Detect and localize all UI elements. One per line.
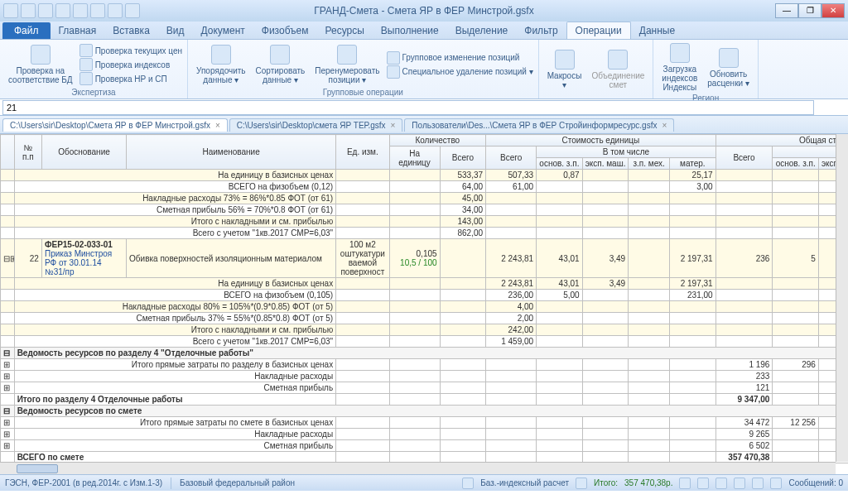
table-row[interactable]: Итого с накладными и см. прибылью242,00 xyxy=(1,324,849,336)
check-indexes-item[interactable]: Проверка индексов xyxy=(80,58,182,71)
spreadsheet-area: № п.п Обоснование Наименование Ед. изм. … xyxy=(0,134,848,474)
table-row[interactable]: Всего с учетом "1кв.2017 СМР=6,03"1 459,… xyxy=(1,336,849,348)
document-tab-bar: C:\Users\sir\Desktop\Смета ЯР в ФЕР Минс… xyxy=(0,116,848,134)
scroll-thumb[interactable] xyxy=(17,464,58,473)
tab-physvol[interactable]: Физобъем xyxy=(253,22,317,39)
status-bar: ГЭСН, ФЕР-2001 (в ред.2014г. с Изм.1-3) … xyxy=(0,474,848,491)
flag-icon[interactable] xyxy=(679,478,691,489)
tab-filter[interactable]: Фильтр xyxy=(516,22,566,39)
table-row[interactable]: ⊞Сметная прибыль6 502 xyxy=(1,440,849,452)
doc-tab-1[interactable]: C:\Users\sir\Desktop\Смета ЯР в ФЕР Минс… xyxy=(2,118,228,132)
scrollbar-vertical[interactable] xyxy=(836,134,848,462)
table-row[interactable]: ⊞Сметная прибыль121 xyxy=(1,382,849,394)
table-row[interactable]: Сметная прибыль 56% = 70%*0.8 ФОТ (от 61… xyxy=(1,204,849,216)
doc-tab-3[interactable]: Пользователи\Des...\Смета ЯР в ФЕР Строй… xyxy=(404,118,674,132)
tab-home[interactable]: Главная xyxy=(51,22,105,39)
check-db-button[interactable]: Проверка на соответствие БД xyxy=(5,43,76,86)
col-stoim[interactable]: Стоимость единицы xyxy=(486,135,716,146)
download-icon xyxy=(670,43,690,63)
flag-icon[interactable] xyxy=(716,478,727,489)
table-row[interactable]: Итого с накладными и см. прибылью143,00 xyxy=(1,216,849,228)
maximize-button[interactable]: ❐ xyxy=(798,3,822,18)
tab-insert[interactable]: Вставка xyxy=(104,22,158,39)
macros-icon xyxy=(555,50,575,70)
number-icon xyxy=(337,45,357,65)
refresh-icon xyxy=(719,48,739,68)
tab-view[interactable]: Вид xyxy=(158,22,193,39)
table-row[interactable]: ⊟⊞22ФЕР15-02-033-01Приказ Минстроя РФ от… xyxy=(1,239,849,278)
table-row[interactable]: На единицу в базисных ценах2 243,8143,01… xyxy=(1,278,849,290)
formula-bar xyxy=(0,99,848,116)
doc-tab-2[interactable]: C:\Users\sir\Desktop\смета ЯР ТЕР.gsfx× xyxy=(229,118,403,132)
title-bar: ГРАНД-Смета - Смета ЯР в ФЕР Минстрой.gs… xyxy=(0,0,848,22)
tab-progress[interactable]: Выполнение xyxy=(373,22,447,39)
checklist-icon xyxy=(31,45,51,65)
status-total: 357 470,38р. xyxy=(624,478,672,487)
qat-dropdown-icon[interactable] xyxy=(125,3,140,18)
tab-resources[interactable]: Ресурсы xyxy=(317,22,373,39)
close-icon[interactable]: × xyxy=(662,121,667,130)
qat-btn-icon[interactable] xyxy=(73,3,88,18)
check-nr-sp-item[interactable]: Проверка НР и СП xyxy=(80,72,182,85)
col-nn[interactable]: № п.п xyxy=(14,135,41,170)
col-obos[interactable]: Обоснование xyxy=(41,135,126,170)
qat-btn-icon[interactable] xyxy=(90,3,105,18)
table-row[interactable]: Итого по разделу 4 Отделочные работы9 34… xyxy=(1,394,849,406)
qat-btn-icon[interactable] xyxy=(55,3,70,18)
special-delete-item[interactable]: Специальное удаление позиций ▾ xyxy=(387,65,533,79)
tab-data[interactable]: Данные xyxy=(631,22,683,39)
sort-data-button[interactable]: Сортировать данные ▾ xyxy=(253,43,309,86)
file-tab[interactable]: Файл xyxy=(2,22,51,39)
formula-input[interactable] xyxy=(2,100,814,115)
load-indexes-button[interactable]: Загрузка индексов Индексы xyxy=(658,41,701,94)
table-row[interactable]: Сметная прибыль 37% = 55%*(0.85*0.8) ФОТ… xyxy=(1,313,849,324)
flag-icon[interactable] xyxy=(734,478,745,489)
macros-button[interactable]: Макросы ▾ xyxy=(544,48,585,91)
status-messages: Сообщений: 0 xyxy=(788,478,843,487)
ribbon-tab-strip: Файл Главная Вставка Вид Документ Физобъ… xyxy=(0,22,848,40)
table-row[interactable]: ⊞Итого прямые затраты по смете в базисны… xyxy=(1,417,849,429)
table-row[interactable]: На единицу в базисных ценах533,37507,330… xyxy=(1,170,849,181)
table-row[interactable]: Накладные расходы 80% = 105%*(0.9*0.85) … xyxy=(1,301,849,313)
table-row[interactable]: ВСЕГО на физобъем (0,105)236,005,00231,0… xyxy=(1,290,849,301)
col-naim[interactable]: Наименование xyxy=(127,135,336,170)
order-data-button[interactable]: Упорядочить данные ▾ xyxy=(193,43,249,86)
tab-document[interactable]: Документ xyxy=(193,22,253,39)
check-prices-item[interactable]: Проверка текущих цен xyxy=(80,44,182,57)
close-icon[interactable]: × xyxy=(215,121,220,130)
col-kol[interactable]: Количество xyxy=(389,135,486,146)
msg-icon[interactable] xyxy=(770,478,782,489)
table-row[interactable]: Накладные расходы 73% = 86%*0.85 ФОТ (от… xyxy=(1,193,849,204)
renumber-button[interactable]: Перенумеровать позиции ▾ xyxy=(311,43,383,86)
scrollbar-horizontal[interactable] xyxy=(0,462,836,474)
table-row[interactable]: ⊞Накладные расходы233 xyxy=(1,371,849,382)
qat-btn-icon[interactable] xyxy=(108,3,123,18)
table-row[interactable]: ⊟Ведомость ресурсов по разделу 4 "Отдело… xyxy=(1,348,849,359)
qat-undo-icon[interactable] xyxy=(21,3,36,18)
col-ed[interactable]: Ед. изм. xyxy=(336,135,389,170)
qat-redo-icon[interactable] xyxy=(38,3,53,18)
minimize-button[interactable]: — xyxy=(775,3,798,18)
table-row[interactable]: ⊞Накладные расходы9 265 xyxy=(1,429,849,440)
close-button[interactable]: ✕ xyxy=(822,3,845,18)
close-icon[interactable]: × xyxy=(391,121,396,130)
status-total-label: Итого: xyxy=(594,478,618,487)
qat-save-icon[interactable] xyxy=(3,3,18,18)
status-region: Базовый федеральный район xyxy=(180,478,295,487)
col-obst[interactable]: Общая стоимость xyxy=(716,135,848,146)
table-row[interactable]: ВСЕГО на физобъем (0,12)64,0061,003,005,… xyxy=(1,181,849,193)
table-row[interactable]: Всего с учетом "1кв.2017 СМР=6,03"862,00 xyxy=(1,228,849,239)
table-row[interactable]: ⊞Итого прямые затраты по разделу в базис… xyxy=(1,359,849,371)
flag-icon[interactable] xyxy=(752,478,764,489)
calc-mode-icon[interactable] xyxy=(462,478,474,489)
table-row[interactable]: ⊟Ведомость ресурсов по смете xyxy=(1,406,849,417)
update-rates-button[interactable]: Обновить расценки ▾ xyxy=(704,46,753,89)
estimate-table[interactable]: № п.п Обоснование Наименование Ед. изм. … xyxy=(0,134,848,463)
group-change-item[interactable]: Групповое изменение позиций xyxy=(387,51,533,65)
merge-estimates-button: Объединение смет xyxy=(588,48,648,91)
sum-icon xyxy=(576,478,587,489)
tab-operations[interactable]: Операции xyxy=(566,22,631,39)
flag-icon[interactable] xyxy=(697,478,709,489)
merge-icon xyxy=(608,50,628,70)
tab-selection[interactable]: Выделение xyxy=(447,22,517,39)
